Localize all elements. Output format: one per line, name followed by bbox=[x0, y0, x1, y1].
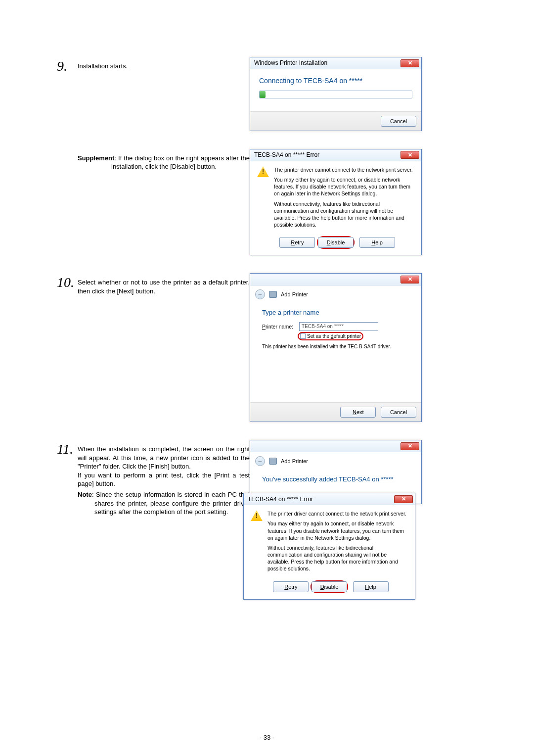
disable-button[interactable]: Disable bbox=[312, 581, 347, 592]
printer-name-input[interactable]: TECB-SA4 on ***** bbox=[299, 322, 378, 331]
note-label: Note bbox=[78, 491, 92, 498]
add-printer-done-dialog: ✕ ← Add Printer You've successfully adde… bbox=[250, 440, 422, 504]
back-icon[interactable]: ← bbox=[255, 289, 265, 299]
dialog-title: TECB-SA4 on ***** Error bbox=[248, 495, 313, 503]
wizard-header: Add Printer bbox=[281, 458, 308, 465]
install-dialog: Windows Printer Installation ✕ Connectin… bbox=[250, 57, 422, 131]
wizard-heading: Type a printer name bbox=[262, 308, 409, 317]
step-number: 11. bbox=[57, 440, 78, 459]
install-heading: Connecting to TECB-SA4 on ***** bbox=[259, 76, 412, 86]
printer-icon bbox=[269, 458, 277, 465]
default-printer-checkbox[interactable] bbox=[300, 333, 306, 339]
install-note: This printer has been installed with the… bbox=[262, 343, 409, 350]
cancel-button[interactable]: Cancel bbox=[381, 407, 416, 418]
step10-text: Select whether or not to use the printer… bbox=[78, 278, 250, 295]
error-dialog-1: TECB-SA4 on ***** Error ✕ ! The printer … bbox=[250, 149, 422, 255]
step-number: 9. bbox=[57, 57, 78, 76]
default-printer-highlight: Set as the default printer bbox=[298, 332, 363, 341]
close-icon[interactable]: ✕ bbox=[400, 442, 419, 450]
next-button[interactable]: Next bbox=[340, 407, 376, 418]
step11-p2: If you want to perform a print test, cli… bbox=[78, 471, 250, 488]
close-icon[interactable]: ✕ bbox=[400, 151, 419, 159]
error-dialog-2: TECB-SA4 on ***** Error ✕ ! The printer … bbox=[243, 493, 415, 599]
warning-icon: ! bbox=[251, 510, 263, 521]
supplement-label: Supplement bbox=[78, 154, 114, 162]
error-text: The printer driver cannot connect to the… bbox=[267, 510, 408, 575]
disable-button[interactable]: Disable bbox=[318, 237, 354, 248]
warning-icon: ! bbox=[257, 166, 269, 177]
default-printer-label: Set as the default printer bbox=[307, 333, 361, 340]
dialog-title: Windows Printer Installation bbox=[254, 59, 327, 67]
wizard-header: Add Printer bbox=[281, 291, 308, 298]
supplement-text: : If the dialog box on the right appears… bbox=[111, 154, 250, 171]
printer-icon bbox=[269, 291, 277, 298]
close-icon[interactable]: ✕ bbox=[394, 495, 413, 503]
close-icon[interactable]: ✕ bbox=[400, 59, 419, 67]
step11-p1: When the installation is completed, the … bbox=[78, 445, 250, 471]
help-button[interactable]: Help bbox=[359, 237, 395, 248]
step-number: 10. bbox=[57, 273, 78, 292]
progress-bar bbox=[259, 91, 412, 98]
success-heading: You've successfully added TECB-SA4 on **… bbox=[262, 475, 409, 484]
cancel-button[interactable]: Cancel bbox=[381, 116, 416, 127]
printer-name-label: Printer name: bbox=[262, 323, 293, 330]
page-number: - 33 - bbox=[0, 733, 534, 742]
retry-button[interactable]: Retry bbox=[273, 581, 309, 592]
error-text: The printer driver cannot connect to the… bbox=[274, 166, 414, 231]
note-text: : Since the setup information is stored … bbox=[92, 491, 250, 516]
back-icon[interactable]: ← bbox=[255, 456, 265, 466]
retry-button[interactable]: Retry bbox=[279, 237, 315, 248]
add-printer-name-dialog: ✕ ← Add Printer Type a printer name Prin… bbox=[250, 273, 422, 422]
help-button[interactable]: Help bbox=[353, 581, 389, 592]
step9-text: Installation starts. bbox=[78, 62, 250, 71]
dialog-title: TECB-SA4 on ***** Error bbox=[254, 151, 319, 159]
close-icon[interactable]: ✕ bbox=[400, 276, 419, 284]
